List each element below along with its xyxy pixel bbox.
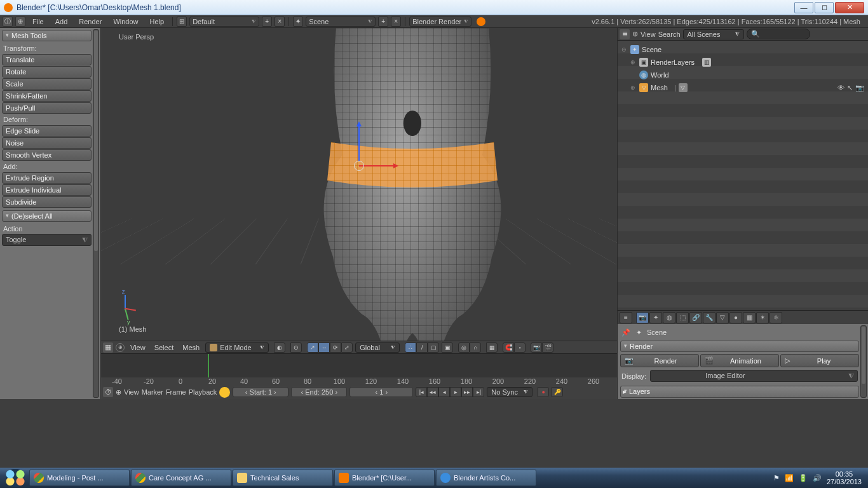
play-button[interactable]: ▷Play bbox=[780, 354, 859, 367]
ol-menu-view[interactable]: View bbox=[641, 30, 656, 38]
action-select[interactable]: Toggle⧨ bbox=[2, 234, 92, 246]
layers-icon[interactable]: ▦ bbox=[486, 342, 498, 353]
snap-type-icon[interactable]: ▫ bbox=[514, 342, 526, 353]
editor-type-3dview-icon[interactable]: ▦ bbox=[103, 342, 113, 353]
texture-tab-icon[interactable]: ▦ bbox=[743, 312, 756, 323]
subdivide-button[interactable]: Subdivide bbox=[2, 196, 92, 208]
prop-falloff-icon[interactable]: ∩ bbox=[470, 342, 481, 353]
key-prev-icon[interactable]: ◂◂ bbox=[427, 387, 438, 397]
task-chrome-care[interactable]: Care Concept AG ... bbox=[131, 470, 231, 486]
vp-menu-mesh[interactable]: Mesh bbox=[179, 344, 203, 351]
scene-browse-icon[interactable]: ✦ bbox=[293, 17, 303, 27]
vertex-select-icon[interactable]: ∴ bbox=[405, 342, 416, 353]
menu-file[interactable]: File bbox=[28, 18, 48, 25]
pin-icon[interactable]: 📌 bbox=[621, 329, 630, 337]
menu-render[interactable]: Render bbox=[74, 18, 106, 25]
screen-layout-select[interactable]: Default⧨ bbox=[189, 17, 259, 27]
render-tab-icon[interactable]: 📷 bbox=[636, 312, 649, 323]
edge-slide-button[interactable]: Edge Slide bbox=[2, 125, 92, 137]
visibility-icon[interactable]: 👁 bbox=[837, 84, 844, 92]
tray-battery-icon[interactable]: 🔋 bbox=[799, 474, 808, 482]
outliner-world-row[interactable]: ◍World bbox=[621, 69, 864, 81]
task-blender[interactable]: Blender* [C:\User... bbox=[334, 470, 435, 486]
sync-select[interactable]: No Sync⧨ bbox=[487, 387, 532, 397]
manipulator-toggle-icon[interactable]: ↗ bbox=[307, 342, 318, 353]
key-next-icon[interactable]: ▸▸ bbox=[461, 387, 473, 397]
push-pull-button[interactable]: Push/Pull bbox=[2, 102, 92, 114]
object-tab-icon[interactable]: ⬚ bbox=[676, 312, 689, 323]
collapse-icon[interactable]: ⊕ bbox=[116, 343, 125, 352]
tray-volume-icon[interactable]: 🔊 bbox=[813, 474, 822, 482]
auto-keyframe-icon[interactable] bbox=[219, 387, 230, 398]
shading-select[interactable]: ◐ bbox=[274, 342, 285, 353]
outliner-scene-row[interactable]: ⊖✦Scene bbox=[621, 43, 864, 56]
material-tab-icon[interactable]: ● bbox=[729, 312, 742, 323]
translate-button[interactable]: Translate bbox=[2, 54, 92, 65]
close-button[interactable]: ✕ bbox=[835, 2, 864, 13]
selectable-icon[interactable]: ↖ bbox=[847, 84, 853, 92]
opengl-anim-icon[interactable]: 🎬 bbox=[542, 342, 553, 353]
collapse-menus-icon[interactable]: ⊕ bbox=[15, 17, 25, 27]
constraints-tab-icon[interactable]: 🔗 bbox=[689, 312, 702, 323]
3d-viewport[interactable]: User Persp zy (1) Mesh bbox=[101, 28, 617, 341]
scene-tab-icon[interactable]: ✦ bbox=[649, 312, 662, 323]
face-select-icon[interactable]: ▢ bbox=[428, 342, 439, 353]
editor-type-icon[interactable]: ⓘ bbox=[3, 17, 13, 27]
editor-type-properties-icon[interactable]: ≡ bbox=[620, 312, 632, 323]
tl-menu-playback[interactable]: Playback bbox=[189, 388, 217, 396]
mode-select[interactable]: Edit Mode⧨ bbox=[205, 342, 269, 353]
scene-remove-icon[interactable]: × bbox=[391, 17, 401, 27]
smooth-vertex-button[interactable]: Smooth Vertex bbox=[2, 149, 92, 161]
manipulator-translate-icon[interactable]: ↔ bbox=[318, 342, 330, 353]
vp-menu-view[interactable]: View bbox=[127, 344, 149, 351]
end-frame-field[interactable]: ‹ End: 250 › bbox=[291, 387, 347, 397]
blender-org-icon[interactable] bbox=[477, 17, 485, 26]
renderable-icon[interactable]: 📷 bbox=[855, 84, 864, 92]
scale-button[interactable]: Scale bbox=[2, 78, 92, 90]
play-reverse-icon[interactable]: ◂ bbox=[438, 387, 450, 397]
scene-select[interactable]: Scene⧨ bbox=[306, 17, 376, 27]
animation-button[interactable]: 🎬Animation bbox=[700, 354, 779, 367]
edge-select-icon[interactable]: / bbox=[416, 342, 428, 353]
outliner-display-select[interactable]: All Scenes⧨ bbox=[683, 29, 744, 39]
system-tray[interactable]: ⚑ 📶 🔋 🔊 00:35 27/03/2013 bbox=[770, 470, 865, 485]
start-button[interactable] bbox=[3, 469, 28, 487]
outliner-tree[interactable]: ⊖✦Scene ⊕▣RenderLayers ▥ ◍World ⊕▽Mesh |… bbox=[618, 41, 868, 310]
jump-start-icon[interactable]: |◂ bbox=[416, 387, 427, 397]
engine-select[interactable]: Blender Render⧨ bbox=[409, 17, 471, 27]
start-frame-field[interactable]: ‹ Start: 1 › bbox=[233, 387, 288, 397]
outliner-renderlayers-row[interactable]: ⊕▣RenderLayers ▥ bbox=[621, 56, 864, 69]
clock[interactable]: 00:35 27/03/2013 bbox=[827, 470, 862, 485]
tl-menu-marker[interactable]: Marker bbox=[142, 388, 163, 396]
prop-edit-icon[interactable]: ◎ bbox=[458, 342, 470, 353]
modifiers-tab-icon[interactable]: 🔧 bbox=[703, 312, 715, 323]
render-panel-header[interactable]: Render bbox=[620, 341, 859, 352]
vp-menu-select[interactable]: Select bbox=[151, 344, 177, 351]
outliner-mesh-row[interactable]: ⊕▽Mesh | ▽ 👁↖📷 bbox=[621, 81, 864, 94]
outliner-search-field[interactable]: 🔍 bbox=[747, 29, 810, 39]
manipulator-scale-icon[interactable]: ⤢ bbox=[341, 342, 353, 353]
rotate-button[interactable]: Rotate bbox=[2, 66, 92, 78]
tl-menu-view[interactable]: View bbox=[124, 388, 139, 396]
particles-tab-icon[interactable]: ✶ bbox=[756, 312, 769, 323]
current-frame-field[interactable]: ‹ 1 › bbox=[349, 387, 413, 397]
menu-window[interactable]: Window bbox=[109, 18, 142, 25]
tl-menu-frame[interactable]: Frame bbox=[166, 388, 186, 396]
ol-menu-search[interactable]: Search bbox=[658, 30, 681, 38]
orientation-select[interactable]: Global⧨ bbox=[355, 342, 400, 353]
task-ie-blenderartists[interactable]: Blender Artists Co... bbox=[436, 470, 536, 486]
physics-tab-icon[interactable]: ⚛ bbox=[770, 312, 782, 323]
layers-panel-header[interactable]: ▸ Layers bbox=[620, 386, 859, 398]
extrude-individual-button[interactable]: Extrude Individual bbox=[2, 184, 92, 196]
minimize-button[interactable]: — bbox=[794, 2, 813, 13]
maximize-button[interactable]: ◻ bbox=[815, 2, 834, 13]
display-select[interactable]: Image Editor⧨ bbox=[650, 370, 858, 382]
task-explorer-tech[interactable]: Technical Sales bbox=[233, 470, 333, 486]
render-button[interactable]: 📷Render bbox=[620, 354, 699, 367]
world-tab-icon[interactable]: ◍ bbox=[663, 312, 675, 323]
timeline-track[interactable]: -40-200204060801001201401601802002202402… bbox=[101, 354, 617, 386]
transform-gizmo[interactable] bbox=[351, 158, 367, 173]
tool-shelf-scrollbar[interactable] bbox=[93, 29, 99, 398]
pivot-select[interactable]: ⊙ bbox=[290, 342, 302, 353]
screen-layout-browse-icon[interactable]: ⊞ bbox=[177, 17, 187, 27]
